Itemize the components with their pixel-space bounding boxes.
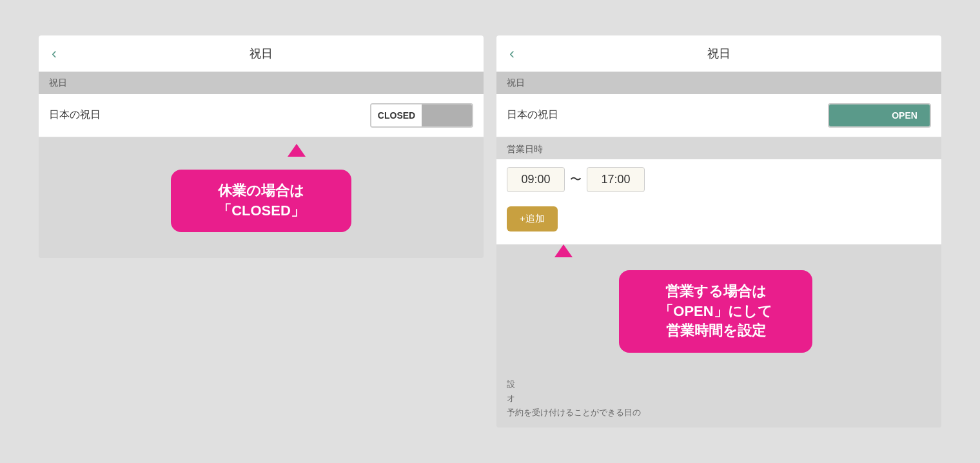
- right-bottom-content: 設 オ 予約を受け付けることができる日の: [496, 372, 941, 428]
- left-tooltip-wrapper: 休業の場合は 「CLOSED」: [39, 137, 484, 259]
- right-screen-title: 祝日: [707, 46, 730, 61]
- right-tooltip-line3: 営業時間を設定: [666, 322, 766, 339]
- left-toggle-closed-label[interactable]: CLOSED: [371, 104, 422, 126]
- left-screen: ‹ 祝日 祝日 日本の祝日 CLOSED 休業の場合は 「CLOSED」: [39, 35, 484, 259]
- left-japan-holiday-row: 日本の祝日 CLOSED: [39, 94, 484, 137]
- right-toggle[interactable]: OPEN: [828, 103, 931, 128]
- right-header: ‹ 祝日: [496, 35, 941, 72]
- left-tooltip-line1: 休業の場合は: [218, 182, 304, 199]
- right-row-label: 日本の祝日: [507, 108, 558, 122]
- right-section-label: 祝日: [496, 72, 941, 94]
- left-row-label: 日本の祝日: [49, 108, 101, 122]
- left-tooltip-arrow: [288, 144, 306, 157]
- left-tooltip-line2: 「CLOSED」: [217, 202, 305, 219]
- right-hours-row: 〜: [496, 159, 941, 200]
- left-toggle[interactable]: CLOSED: [370, 103, 473, 128]
- right-bottom-line2: オ: [507, 393, 931, 404]
- right-tooltip-arrow: [554, 244, 573, 257]
- right-tooltip-line1: 営業する場合は: [665, 283, 767, 299]
- right-toggle-open-label[interactable]: OPEN: [879, 104, 930, 126]
- right-add-button-wrapper: +追加: [496, 200, 941, 244]
- right-bottom-line1: 設: [507, 379, 931, 390]
- right-start-time-input[interactable]: [507, 167, 565, 192]
- left-header: ‹ 祝日: [39, 35, 484, 72]
- left-section-label: 祝日: [39, 72, 484, 94]
- right-tooltip-bubble: 営業する場合は 「OPEN」にして 営業時間を設定: [619, 270, 812, 353]
- right-hours-section-label: 営業日時: [496, 137, 941, 159]
- right-back-button[interactable]: ‹: [509, 44, 514, 63]
- right-screen: ‹ 祝日 祝日 日本の祝日 OPEN 営業日時 〜 +追加: [496, 35, 941, 428]
- right-tooltip-section: 営業する場合は 「OPEN」にして 営業時間を設定: [496, 244, 941, 372]
- right-tooltip-line2: 「OPEN」にして: [659, 303, 772, 319]
- left-back-button[interactable]: ‹: [52, 44, 57, 63]
- right-add-button[interactable]: +追加: [507, 206, 558, 232]
- right-end-time-input[interactable]: [587, 167, 645, 192]
- right-bottom-line3: 予約を受け付けることができる日の: [507, 407, 931, 419]
- right-toggle-closed-area[interactable]: [829, 104, 879, 126]
- right-japan-holiday-row: 日本の祝日 OPEN: [496, 94, 941, 137]
- left-screen-title: 祝日: [250, 46, 273, 61]
- right-tilde: 〜: [570, 172, 582, 187]
- left-toggle-open-area[interactable]: [422, 104, 472, 126]
- left-tooltip-bubble: 休業の場合は 「CLOSED」: [171, 170, 351, 233]
